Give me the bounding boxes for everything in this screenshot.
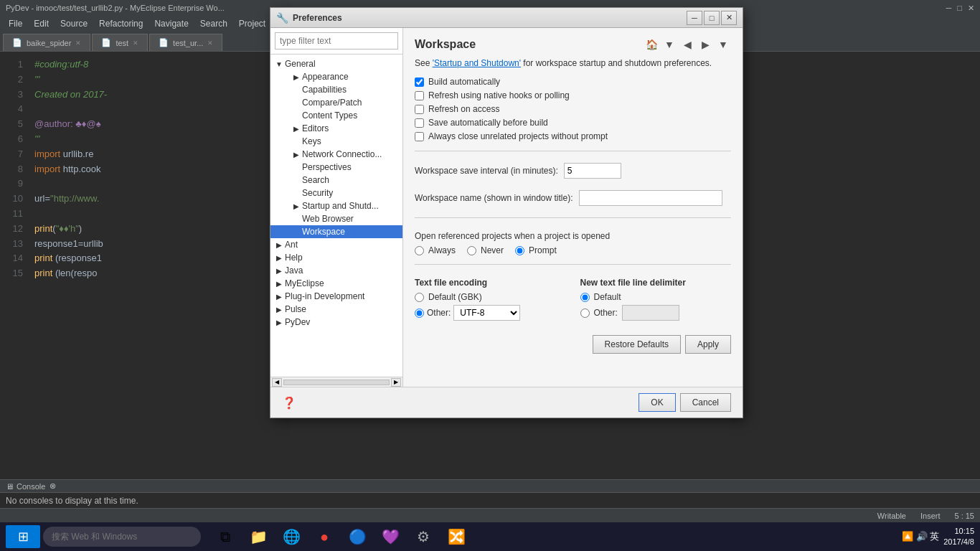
- taskbar-app-task-view[interactable]: ⧉: [209, 524, 241, 550]
- encoding-select[interactable]: UTF-8 UTF-16 ISO-8859-1 GBK: [453, 305, 520, 321]
- dialog-close-btn[interactable]: ✕: [721, 11, 737, 25]
- filter-input[interactable]: [275, 32, 398, 50]
- encoding-other-label: Other:: [427, 308, 451, 318]
- menu-navigate[interactable]: Navigate: [149, 16, 194, 32]
- startup-shutdown-link[interactable]: 'Startup and Shutdown': [433, 58, 521, 68]
- nav-dropdown-btn[interactable]: ▼: [715, 37, 731, 52]
- taskbar-app-ie[interactable]: 🔵: [341, 524, 373, 550]
- dialog-maximize-btn[interactable]: □: [704, 11, 720, 25]
- taskbar-app-vs[interactable]: 💜: [374, 524, 406, 550]
- tree-security[interactable]: Security: [270, 187, 402, 199]
- tree-help-label: Help: [285, 253, 402, 263]
- tree-java[interactable]: ▶ Java: [270, 264, 402, 277]
- workspace-name-input[interactable]: [579, 190, 722, 206]
- taskbar-tray: 🔼 🔊 英 10:15 2017/4/8: [902, 526, 974, 548]
- menu-edit[interactable]: Edit: [28, 16, 55, 32]
- delimiter-other-input[interactable]: [622, 305, 679, 321]
- radio-encoding-other[interactable]: [415, 309, 424, 318]
- taskbar-app-settings[interactable]: ⚙: [407, 524, 439, 550]
- save-interval-input[interactable]: [564, 163, 621, 179]
- radio-prompt[interactable]: [515, 246, 524, 255]
- radio-delimiter-default[interactable]: [580, 293, 590, 302]
- taskbar-app-edge[interactable]: 🌐: [275, 524, 307, 550]
- tab-test-urllib[interactable]: 📄 test_ur... ✕: [149, 34, 222, 51]
- close-btn[interactable]: ✕: [968, 4, 974, 13]
- taskbar-app-chrome[interactable]: ●: [308, 524, 340, 550]
- nav-back-btn[interactable]: 🏠: [644, 37, 659, 52]
- tree-appearance-label: Appearance: [302, 72, 402, 82]
- build-auto-checkbox[interactable]: [415, 77, 424, 87]
- tree-startup-label: Startup and Shutd...: [302, 201, 402, 211]
- tree-startup[interactable]: ▶ Startup and Shutd...: [270, 199, 402, 212]
- checkbox-row-0: Build automatically: [415, 77, 731, 87]
- dialog-minimize-btn[interactable]: ─: [687, 11, 702, 25]
- nav-more-btn[interactable]: ▶: [697, 37, 713, 52]
- tree-keys[interactable]: Keys: [270, 135, 402, 148]
- nav-arrow-btn[interactable]: ▼: [661, 37, 677, 52]
- help-icon[interactable]: ❓: [282, 396, 296, 410]
- tree-scroll-right[interactable]: ▶: [391, 378, 401, 387]
- menu-project[interactable]: Project: [233, 16, 271, 32]
- nav-forward-btn[interactable]: ◀: [679, 37, 695, 52]
- tree-myeclipse[interactable]: ▶ MyEclipse: [270, 277, 402, 290]
- tree-content-label: Content Types: [302, 110, 402, 121]
- maximize-btn[interactable]: □: [957, 4, 962, 13]
- start-button[interactable]: ⊞: [6, 525, 40, 548]
- tree-search[interactable]: Search: [270, 174, 402, 187]
- taskbar-app-git[interactable]: 🔀: [440, 524, 472, 550]
- delimiter-default-row: Default: [580, 292, 732, 302]
- tree-ant[interactable]: ▶ Ant: [270, 238, 402, 251]
- radio-never[interactable]: [467, 246, 476, 255]
- close-tab-2[interactable]: ✕: [207, 39, 213, 47]
- close-tab-0[interactable]: ✕: [75, 39, 81, 47]
- tree-plugin-dev[interactable]: ▶ Plug-in Development: [270, 290, 402, 303]
- radio-delimiter-other[interactable]: [580, 309, 590, 318]
- apply-button[interactable]: Apply: [685, 335, 731, 354]
- radio-encoding-default[interactable]: [415, 293, 424, 302]
- tree-plugin-label: Plug-in Development: [285, 291, 402, 301]
- tree-compare-patch[interactable]: Compare/Patch: [270, 96, 402, 109]
- tree-workspace[interactable]: Workspace: [270, 225, 402, 238]
- menu-search[interactable]: Search: [194, 16, 233, 32]
- tree-pydev[interactable]: ▶ PyDev: [270, 316, 402, 329]
- minimize-btn[interactable]: ─: [946, 4, 952, 13]
- tree-content-types[interactable]: Content Types: [270, 109, 402, 122]
- tree-network[interactable]: ▶ Network Connectio...: [270, 148, 402, 161]
- tree-appearance[interactable]: ▶ Appearance: [270, 70, 402, 83]
- restore-defaults-button[interactable]: Restore Defaults: [593, 335, 681, 354]
- menu-file[interactable]: File: [3, 16, 28, 32]
- tree-general[interactable]: ▼ General: [270, 57, 402, 70]
- tree-pulse[interactable]: ▶ Pulse: [270, 303, 402, 316]
- tab-baike-spider[interactable]: 📄 baike_spider ✕: [3, 34, 90, 51]
- console-close-icon[interactable]: ⊗: [50, 481, 56, 491]
- tree-scroll-left[interactable]: ◀: [272, 378, 282, 387]
- refresh-native-checkbox[interactable]: [415, 91, 424, 100]
- tree-capabilities-label: Capabilities: [302, 85, 402, 95]
- encoding-title: Text file encoding: [415, 278, 566, 288]
- radio-always[interactable]: [415, 246, 424, 255]
- ok-button[interactable]: OK: [639, 393, 675, 412]
- menu-source[interactable]: Source: [55, 16, 93, 32]
- taskbar-clock: 10:15 2017/4/8: [943, 526, 974, 548]
- encoding-other-row: Other: UTF-8 UTF-16 ISO-8859-1 GBK: [415, 305, 566, 321]
- open-ref-section: Open referenced projects when a project …: [415, 231, 731, 258]
- tree-perspectives[interactable]: Perspectives: [270, 161, 402, 174]
- close-tab-1[interactable]: ✕: [133, 39, 138, 47]
- taskbar-app-explorer[interactable]: 📁: [242, 524, 274, 550]
- save-auto-checkbox[interactable]: [415, 118, 424, 128]
- tree-java-label: Java: [285, 265, 402, 276]
- taskbar-search[interactable]: [43, 527, 201, 547]
- tree-editors[interactable]: ▶ Editors: [270, 122, 402, 135]
- tree-capabilities[interactable]: Capabilities: [270, 83, 402, 96]
- tree-web-browser[interactable]: Web Browser: [270, 212, 402, 225]
- cancel-button[interactable]: Cancel: [680, 393, 731, 412]
- menu-refactoring[interactable]: Refactoring: [93, 16, 149, 32]
- tree-ant-label: Ant: [285, 240, 402, 250]
- close-unrelated-checkbox[interactable]: [415, 132, 424, 141]
- refresh-access-checkbox[interactable]: [415, 105, 424, 114]
- radio-never-row: Never: [467, 245, 504, 255]
- tab-test[interactable]: 📄 test ✕: [92, 34, 148, 51]
- tree-help[interactable]: ▶ Help: [270, 251, 402, 264]
- checkbox-row-4: Always close unrelated projects without …: [415, 131, 731, 141]
- apply-row: Restore Defaults Apply: [415, 335, 731, 354]
